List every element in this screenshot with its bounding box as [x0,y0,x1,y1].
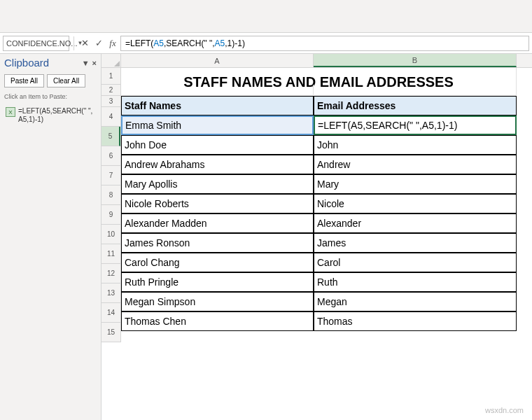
cell[interactable]: Ruth Pringle [121,272,314,292]
row-header[interactable]: 10 [102,225,120,244]
cell[interactable]: Carol Chang [121,253,314,272]
clipboard-hint: Click an Item to Paste: [4,93,97,100]
main-area: Clipboard ▼ × Paste All Clear All Click … [0,54,532,420]
cell[interactable]: Megan Simpson [121,292,314,312]
watermark: wsxdn.com [485,406,524,414]
cell[interactable]: Carol [314,253,517,272]
cell-A5[interactable]: Emma Smith [121,115,314,135]
clipboard-item[interactable]: X =LEFT(A5,SEARCH(" ",A5,1)-1) [4,104,97,127]
cell[interactable]: Andrew [314,155,517,174]
row-header[interactable]: 6 [102,146,120,166]
triangle-icon [114,61,120,66]
grid: STAFF NAMES AND EMAIL ADDRESSES Staff Na… [121,68,532,331]
header-email[interactable]: Email Addresses [314,96,517,115]
clipboard-buttons: Paste All Clear All [4,74,97,88]
spreadsheet[interactable]: A B 1 2 3 4 5 6 7 8 9 10 11 12 13 14 15 … [102,54,532,420]
cell[interactable]: James Ronson [121,233,314,253]
name-box-text: CONFIDENCE.NO... [6,39,77,48]
clipboard-header-icons: ▼ × [82,59,97,67]
clipboard-item-text: =LEFT(A5,SEARCH(" ",A5,1)-1) [18,107,95,124]
cell[interactable]: John [314,135,517,155]
formula-input[interactable]: =LEFT(A5,SEARCH(" ",A5,1)-1) [120,36,529,51]
select-all-corner[interactable] [102,54,121,68]
cell[interactable]: Megan [314,292,517,312]
row-header[interactable]: 15 [102,323,120,342]
cell[interactable]: Ruth [314,272,517,292]
row-header[interactable]: 14 [102,303,120,323]
row-header[interactable]: 7 [102,166,120,186]
cell[interactable]: Mary Apollis [121,174,314,194]
cell-B5-active[interactable]: =LEFT(A5,SEARCH(" ",A5,1)-1) [314,115,517,135]
row-header[interactable]: 4 [102,107,120,127]
row-headers: 1 2 3 4 5 6 7 8 9 10 11 12 13 14 15 [102,68,121,342]
cell[interactable]: Alexander [314,214,517,233]
separator [74,36,74,50]
col-header-A[interactable]: A [121,54,314,67]
cell[interactable]: John Doe [121,135,314,155]
cell[interactable]: Thomas Chen [121,312,314,331]
cell[interactable] [314,85,517,96]
row-header[interactable]: 2 [102,85,120,96]
chevron-down-icon[interactable]: ▼ [82,59,90,67]
cell[interactable]: Alexander Madden [121,214,314,233]
row-header[interactable]: 9 [102,205,120,225]
cell[interactable]: Nicole [314,194,517,214]
clear-all-button[interactable]: Clear All [47,74,85,88]
row-header[interactable]: 3 [102,96,120,107]
clipboard-title: Clipboard [4,57,49,69]
col-header-B[interactable]: B [314,54,517,67]
formula-bar: CONFIDENCE.NO... ▼ ✕ ✓ fx =LEFT(A5,SEARC… [0,33,532,54]
row-header[interactable]: 8 [102,186,120,205]
row-header[interactable]: 5 [102,127,120,146]
cell[interactable] [121,85,314,96]
row-header[interactable]: 13 [102,284,120,303]
cell[interactable]: James [314,233,517,253]
cell[interactable]: Nicole Roberts [121,194,314,214]
paste-all-button[interactable]: Paste All [4,74,44,88]
clipboard-header: Clipboard ▼ × [4,57,97,69]
header-staff-names[interactable]: Staff Names [121,96,314,115]
row-header[interactable]: 1 [102,68,120,85]
cell[interactable]: Thomas [314,312,517,331]
ribbon [0,0,532,33]
excel-icon: X [6,107,15,117]
row-header[interactable]: 12 [102,264,120,284]
cell[interactable]: Mary [314,174,517,194]
cell[interactable]: Andrew Abrahams [121,155,314,174]
close-icon[interactable]: × [92,59,97,67]
fx-icon[interactable]: fx [106,37,119,50]
cancel-icon[interactable]: ✕ [78,37,91,50]
enter-icon[interactable]: ✓ [92,37,105,50]
row-header[interactable]: 11 [102,244,120,264]
name-box[interactable]: CONFIDENCE.NO... ▼ [3,36,69,51]
column-headers: A B [121,54,532,68]
clipboard-panel: Clipboard ▼ × Paste All Clear All Click … [0,54,102,420]
